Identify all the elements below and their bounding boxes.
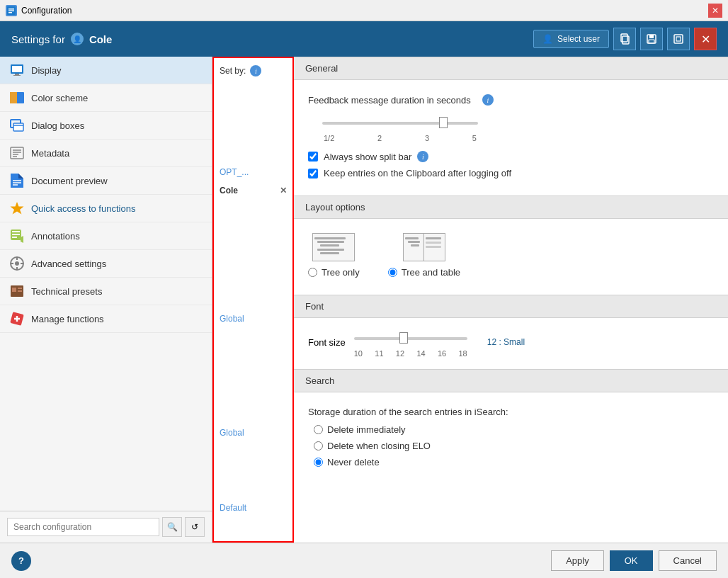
slider-mark-2: 3 — [425, 134, 429, 142]
sidebar-item-advanced-settings[interactable]: Advanced settings — [0, 250, 212, 278]
tree-only-label: Tree only — [308, 267, 360, 278]
keep-entries-row: Keep entries on the Clipboard after logg… — [308, 168, 714, 178]
sidebar-search-area: 🔍 ↺ — [0, 511, 212, 543]
search-reset-button[interactable]: ↺ — [185, 517, 205, 537]
cancel-button[interactable]: Cancel — [659, 550, 717, 571]
sidebar-item-dialog-boxes[interactable]: Dialog boxes — [0, 112, 212, 140]
feedback-label: Feedback message duration in seconds — [308, 95, 471, 106]
storage-duration-label: Storage duration of the search entries i… — [308, 407, 714, 417]
always-show-split-bar-label: Always show split bar — [324, 152, 411, 162]
svg-rect-14 — [13, 75, 21, 76]
sidebar-item-technical-presets[interactable]: Technical presets — [0, 278, 212, 305]
sidebar-item-label-advanced: Advanced settings — [31, 259, 106, 269]
select-user-button[interactable]: 👤 Select user — [533, 30, 609, 48]
quick-access-icon — [10, 201, 24, 215]
window-close-button[interactable]: ✕ — [708, 4, 722, 18]
header-btn-1[interactable] — [613, 28, 636, 50]
font-mark-0: 10 — [354, 349, 363, 358]
tree-and-table-icon — [403, 233, 445, 261]
never-delete-radio[interactable] — [314, 458, 323, 467]
header-btn-2[interactable] — [640, 28, 663, 50]
svg-rect-43 — [12, 288, 16, 292]
slider-mark-0: 1/2 — [324, 134, 334, 142]
svg-rect-18 — [13, 123, 23, 131]
ok-button[interactable]: OK — [610, 550, 653, 571]
sidebar-item-manage-functions[interactable]: Manage functions — [0, 305, 212, 333]
set-by-remove-button[interactable]: ✕ — [280, 186, 287, 196]
sidebar-item-label-color: Color scheme — [31, 93, 88, 103]
delete-closing-radio[interactable] — [314, 441, 323, 450]
set-by-entry-0: OPT_... — [220, 166, 287, 178]
set-by-entry-4: Default — [220, 502, 287, 514]
keep-entries-label: Keep entries on the Clipboard after logg… — [324, 168, 511, 178]
sidebar-item-label-technical: Technical presets — [31, 286, 102, 297]
split-bar-info-icon[interactable]: i — [417, 151, 428, 162]
set-by-column: Set by: i OPT_... Cole ✕ Global Global D… — [212, 57, 294, 543]
sidebar-item-label-dialog: Dialog boxes — [31, 120, 84, 131]
general-section-content: Feedback message duration in seconds i 1… — [294, 80, 728, 196]
display-icon — [10, 63, 24, 77]
tree-only-radio[interactable] — [308, 268, 317, 277]
dialog-boxes-icon — [10, 118, 24, 132]
always-show-split-bar-checkbox[interactable] — [308, 152, 318, 162]
sidebar-item-label-annotations: Annotations — [31, 231, 80, 242]
feedback-info-icon[interactable]: i — [482, 94, 494, 106]
header: Settings for 👤 Cole 👤 Select user ✕ — [0, 21, 728, 57]
header-btn-3[interactable] — [667, 28, 690, 50]
sidebar-item-metadata[interactable]: Metadata — [0, 140, 212, 167]
header-title-area: Settings for 👤 Cole — [11, 33, 112, 45]
tree-only-icon — [312, 233, 355, 261]
sidebar-item-color-scheme[interactable]: Color scheme — [0, 84, 212, 112]
general-section-header: General — [294, 57, 728, 80]
footer-right: Apply OK Cancel — [551, 550, 717, 571]
layout-section-content: Tree only — [294, 219, 728, 295]
header-btn-close[interactable]: ✕ — [694, 28, 717, 50]
search-button[interactable]: 🔍 — [162, 517, 182, 537]
keep-entries-checkbox[interactable] — [308, 169, 318, 178]
svg-marker-26 — [18, 174, 23, 178]
select-user-icon: 👤 — [542, 34, 553, 44]
search-section-content: Storage duration of the search entries i… — [294, 392, 728, 479]
user-name: Cole — [89, 33, 113, 45]
search-section-header: Search — [294, 369, 728, 392]
never-delete-option: Never delete — [314, 457, 714, 468]
delete-immediately-option: Delete immediately — [314, 424, 714, 435]
sidebar-item-document-preview[interactable]: Document preview — [0, 167, 212, 195]
select-user-label: Select user — [557, 34, 600, 44]
font-mark-2: 12 — [396, 349, 404, 358]
font-mark-4: 16 — [438, 349, 446, 358]
sidebar: Display Color scheme Dialog boxes Metada… — [0, 57, 212, 543]
header-buttons: 👤 Select user ✕ — [533, 28, 717, 50]
tree-and-table-radio[interactable] — [388, 268, 397, 277]
apply-button[interactable]: Apply — [551, 550, 604, 571]
set-by-header: Set by: i — [220, 65, 287, 76]
sidebar-item-display[interactable]: Display — [0, 57, 212, 84]
feedback-slider-row: Feedback message duration in seconds i — [308, 94, 714, 106]
manage-functions-icon — [10, 312, 24, 326]
sidebar-nav: Display Color scheme Dialog boxes Metada… — [0, 57, 212, 511]
delete-closing-option: Delete when closing ELO — [314, 441, 714, 451]
main-content: General Feedback message duration in sec… — [294, 57, 728, 543]
font-slider-thumb[interactable] — [399, 332, 408, 344]
technical-presets-icon — [10, 284, 24, 298]
app-icon — [6, 5, 17, 16]
title-text: Configuration — [21, 6, 72, 16]
metadata-icon — [10, 146, 24, 160]
settings-for-label: Settings for — [11, 33, 65, 45]
font-current-value: 12 : Small — [487, 337, 525, 347]
svg-rect-34 — [12, 237, 17, 238]
sidebar-item-quick-access[interactable]: Quick access to functions — [0, 195, 212, 222]
annotations-icon — [10, 229, 24, 243]
help-button[interactable]: ? — [11, 551, 31, 571]
font-mark-1: 11 — [375, 349, 383, 358]
sidebar-item-label-metadata: Metadata — [31, 148, 69, 159]
set-by-info-icon[interactable]: i — [250, 65, 261, 76]
set-by-entry-2: Global — [220, 312, 287, 325]
search-input[interactable] — [7, 518, 159, 536]
title-bar: Configuration ✕ — [0, 0, 728, 21]
svg-rect-45 — [18, 290, 22, 292]
delete-immediately-radio[interactable] — [314, 425, 323, 434]
sidebar-item-annotations[interactable]: Annotations — [0, 222, 212, 250]
set-by-entry-3: Global — [220, 426, 287, 439]
footer: ? Apply OK Cancel — [0, 543, 728, 578]
